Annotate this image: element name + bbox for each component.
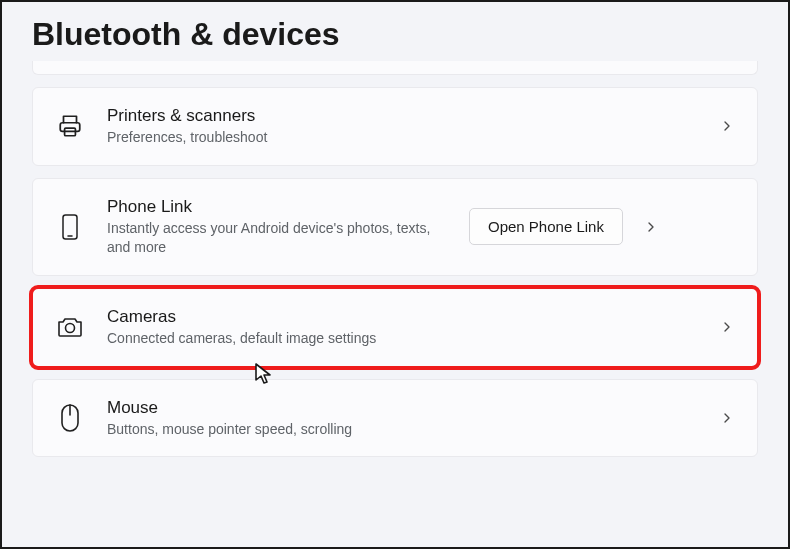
svg-rect-0 <box>60 123 80 132</box>
settings-item-subtitle: Instantly access your Android device's p… <box>107 219 447 257</box>
svg-point-4 <box>66 324 75 333</box>
settings-item-title: Cameras <box>107 307 697 327</box>
settings-item-phone-link[interactable]: Phone Link Instantly access your Android… <box>32 178 758 276</box>
chevron-right-icon <box>719 410 735 426</box>
settings-item-title: Printers & scanners <box>107 106 697 126</box>
settings-item-subtitle: Preferences, troubleshoot <box>107 128 697 147</box>
printer-icon <box>55 113 85 139</box>
settings-item-subtitle: Buttons, mouse pointer speed, scrolling <box>107 420 697 439</box>
settings-item-mouse[interactable]: Mouse Buttons, mouse pointer speed, scro… <box>32 379 758 458</box>
settings-item-title: Mouse <box>107 398 697 418</box>
page-title: Bluetooth & devices <box>2 2 788 61</box>
chevron-right-icon <box>643 219 659 235</box>
camera-icon <box>55 315 85 339</box>
settings-item-printers-scanners[interactable]: Printers & scanners Preferences, trouble… <box>32 87 758 166</box>
settings-item-subtitle: Connected cameras, default image setting… <box>107 329 697 348</box>
settings-list: Printers & scanners Preferences, trouble… <box>2 61 788 499</box>
settings-item-cameras[interactable]: Cameras Connected cameras, default image… <box>32 288 758 367</box>
open-phone-link-button[interactable]: Open Phone Link <box>469 208 623 245</box>
settings-item-title: Phone Link <box>107 197 447 217</box>
previous-card-sliver <box>32 61 758 75</box>
chevron-right-icon <box>719 118 735 134</box>
mouse-icon <box>55 403 85 433</box>
phone-icon <box>55 213 85 241</box>
chevron-right-icon <box>719 319 735 335</box>
